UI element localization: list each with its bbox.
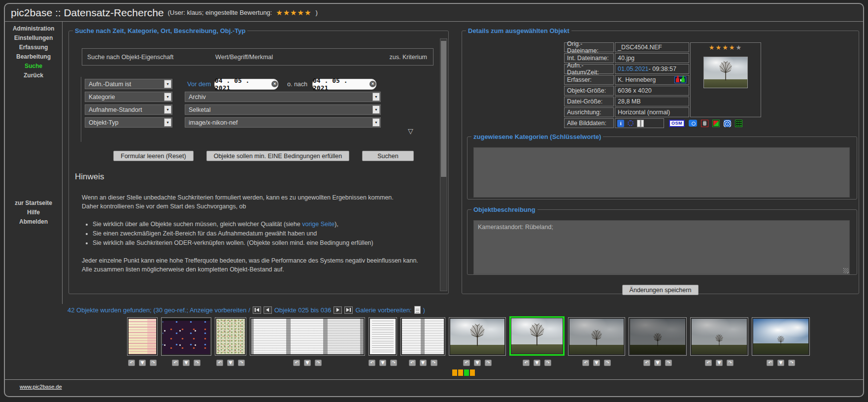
rotate-left-button[interactable]: ↶ [293,360,300,366]
down-button[interactable]: ▼ [139,360,146,366]
rotate-left-button[interactable]: ↶ [643,360,650,366]
rotate-left-button[interactable]: ↶ [705,360,712,366]
object-rating-stars[interactable]: ★★★★★ [709,44,742,51]
expand-icon[interactable]: ▽ [408,127,413,135]
rotate-right-button[interactable]: ↷ [665,360,672,366]
down-button[interactable]: ▼ [183,360,190,366]
down-button[interactable]: ▼ [654,360,661,366]
rotate-left-button[interactable]: ↶ [128,360,135,366]
search-scrollbar[interactable] [440,38,447,291]
thumbnail[interactable] [250,317,365,356]
down-button[interactable]: ▼ [534,360,540,366]
property-select-date[interactable]: Aufn.-Datum ist ▼ [85,79,172,89]
category-value-select[interactable]: Archiv ▼ [185,92,381,102]
osm-badge[interactable]: OSM [669,120,685,127]
triangles-icon[interactable] [712,120,720,127]
search-scrollbar-thumb[interactable] [441,41,446,177]
rotate-left-button[interactable]: ↶ [463,360,470,366]
rotate-right-button[interactable]: ↷ [150,360,157,366]
down-button[interactable]: ▼ [379,360,386,366]
rotate-right-button[interactable]: ↷ [604,360,611,366]
rotate-right-button[interactable]: ↷ [238,360,245,366]
rotate-right-button[interactable]: ↷ [544,360,551,366]
sidebar-item-erfassung[interactable]: Erfassung [5,42,62,52]
owner-transfer-icon[interactable] [674,76,686,83]
thumbnail[interactable] [215,317,246,356]
rotate-right-button[interactable]: ↷ [727,360,734,366]
next-page-button[interactable] [334,306,342,314]
date-to-input[interactable]: 04 . 05 . 2021 × [312,79,376,90]
property-select-category[interactable]: Kategorie ▼ [85,92,172,102]
sidebar-item-zurück[interactable]: Zurück [5,70,62,80]
before-after-toggle[interactable]: Vor dem [187,80,214,88]
thumbnail[interactable] [629,317,687,356]
rotate-left-button[interactable]: ↶ [409,360,416,366]
thumbnail[interactable] [752,317,810,356]
thumbnail[interactable] [401,317,445,356]
clear-icon[interactable]: × [271,81,278,87]
thumbnail[interactable] [568,317,625,356]
objecttype-value-select[interactable]: image/x-nikon-nef ▼ [185,117,381,128]
thumbnail[interactable] [690,317,748,356]
capture-date-link[interactable]: 01.05.2021 [618,66,649,72]
rotate-right-button[interactable]: ↷ [431,360,437,366]
description-textarea[interactable]: Kamerastandort: Rübeland; [473,220,850,274]
rotate-right-button[interactable]: ↷ [390,360,397,366]
sidebar-item-bearbeitung[interactable]: Bearbeitung [5,52,62,61]
clear-icon[interactable]: × [369,81,376,87]
down-button[interactable]: ▼ [420,360,427,366]
sidebar-item-abmelden[interactable]: Abmelden [5,217,62,226]
resize-handle[interactable] [843,268,849,273]
satellite-icon[interactable] [735,120,742,127]
sidebar-item-suche[interactable]: Suche [5,61,62,70]
location-value-select[interactable]: Selketal ▼ [185,104,381,115]
rotate-left-button[interactable]: ↶ [523,360,530,366]
date-from-input[interactable]: 04 . 05 . 2021 × [214,79,278,90]
sidebar-item-einstellungen[interactable]: Einstellungen [5,33,62,42]
thumbnail[interactable] [449,317,506,356]
down-button[interactable]: ▼ [716,360,723,366]
previous-page-link[interactable]: vorige Seite [302,221,334,228]
rotate-right-button[interactable]: ↷ [315,360,322,366]
down-button[interactable]: ▼ [593,360,600,366]
categories-textarea[interactable] [473,147,850,198]
rotate-right-button[interactable]: ↷ [485,360,492,366]
down-button[interactable]: ▼ [304,360,311,366]
down-button[interactable]: ▼ [227,360,234,366]
rotate-left-button[interactable]: ↶ [172,360,179,366]
sidebar-item-zur-startseite[interactable]: zur Startseite [5,198,62,207]
gps-circle-icon[interactable] [628,120,634,126]
thumbnail[interactable] [161,317,211,356]
reset-button[interactable]: Formular leeren (Reset) [113,151,194,161]
gallery-page-icon[interactable] [414,306,421,314]
thumbnail-selected[interactable] [509,316,565,356]
rotate-left-button[interactable]: ↶ [582,360,589,366]
rotate-left-button[interactable]: ↶ [368,360,375,366]
info-icon[interactable]: i [617,120,624,127]
columns-icon[interactable] [637,120,644,127]
rotate-right-button[interactable]: ↷ [194,360,200,366]
down-button[interactable]: ▼ [474,360,481,366]
or-mode-button[interactable]: Objekte sollen min. EINE Bedingungen erf… [206,151,350,161]
camera-icon[interactable] [689,120,697,127]
last-page-button[interactable] [344,306,353,314]
trash-icon[interactable] [701,120,708,127]
field-label: Datei-Größe: [564,97,614,106]
thumbnail[interactable] [368,317,397,356]
rotate-left-button[interactable]: ↶ [767,360,773,366]
rotate-right-button[interactable]: ↷ [788,360,795,366]
property-select-objecttype[interactable]: Objekt-Typ ▼ [85,117,172,128]
sidebar-item-administration[interactable]: Administration [5,24,62,33]
save-changes-button[interactable]: Änderungen speichern [622,285,699,295]
radar-icon[interactable] [724,120,731,127]
footer-link[interactable]: www.pic2base.de [20,384,62,390]
object-preview-image[interactable] [703,57,748,88]
rotate-left-button[interactable]: ↶ [216,360,223,366]
sidebar-item-hilfe[interactable]: Hilfe [5,207,62,217]
search-button[interactable]: Suchen [362,151,413,161]
first-page-button[interactable] [253,306,261,314]
thumbnail[interactable] [127,317,158,356]
previous-page-button[interactable] [264,306,272,314]
down-button[interactable]: ▼ [777,360,784,366]
property-select-location[interactable]: Aufnahme-Standort ▼ [85,104,172,115]
